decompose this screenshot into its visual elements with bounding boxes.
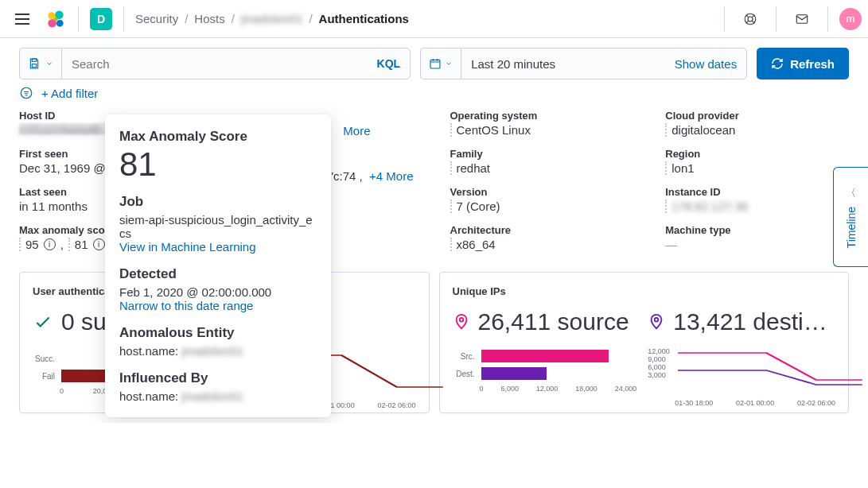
svg-rect-9 [32, 64, 36, 68]
map-pin-icon [648, 313, 665, 331]
saved-queries-button[interactable] [19, 48, 61, 79]
map-pin-icon [453, 313, 470, 331]
popover-subtitle: Job [119, 194, 317, 210]
unique-ips-panel: Unique IPs 26,411 source 13,421 desti… S… [439, 272, 850, 413]
quick-select-button[interactable] [420, 48, 461, 79]
popover-title: Max Anomaly Score [119, 129, 317, 145]
view-in-ml-link[interactable]: View in Machine Learning [119, 240, 317, 254]
popover-detected-value: Feb 1, 2020 @ 02:00:00.000 [119, 285, 317, 299]
svg-rect-8 [32, 59, 36, 61]
popover-subtitle: Influenced By [119, 370, 317, 386]
instance-value[interactable]: 178.62.127.36 [665, 199, 748, 213]
chevron-left-icon: 〈 [846, 186, 856, 200]
field-label: Architecture [450, 224, 634, 236]
svg-point-6 [748, 17, 753, 21]
field-label: Version [450, 186, 634, 198]
help-button[interactable] [736, 5, 765, 33]
filter-bar: + Add filter [0, 86, 868, 110]
machine-type-value: — [665, 238, 849, 251]
query-bar[interactable]: KQL [61, 48, 411, 79]
divider [827, 6, 828, 32]
more-link[interactable]: More [343, 124, 370, 137]
popover-subtitle: Detected [119, 266, 317, 282]
cloud-value[interactable]: digitalocean [665, 123, 735, 137]
global-header: D Security / Hosts / jmadolon01 / Authen… [0, 0, 868, 38]
mail-icon [795, 12, 809, 26]
svg-point-3 [56, 19, 64, 26]
field-label: Cloud provider [665, 110, 849, 122]
popover-subtitle: Anomalous Entity [119, 325, 317, 341]
region-value[interactable]: lon1 [665, 161, 694, 175]
ip-fragment: 'c:74 , [331, 169, 363, 183]
breadcrumb-link[interactable]: Hosts [194, 12, 224, 25]
chevron-down-icon [45, 60, 53, 68]
popover-job-value: siem-api-suspicious_login_activity_ecs [119, 213, 317, 240]
refresh-button[interactable]: Refresh [757, 48, 849, 79]
host-overview: Host ID c1f1a1c5a0ad6... First seen Dec … [0, 110, 868, 262]
svg-rect-10 [430, 60, 440, 68]
divider [123, 6, 124, 32]
narrow-date-link[interactable]: Narrow to this date range [119, 299, 317, 312]
calendar-icon [429, 57, 442, 70]
date-range-value: Last 20 minutes [471, 57, 675, 71]
ips-line-chart[interactable]: 12,0009,0006,0003,000 01-30 18:0002-01 0… [651, 350, 835, 397]
nav-toggle-button[interactable] [6, 3, 38, 35]
user-avatar-button[interactable]: m [839, 8, 862, 30]
popover-influenced-value: host.name: jmadolon01 [119, 389, 317, 403]
disk-icon [28, 57, 41, 70]
divider [776, 6, 777, 32]
divider [724, 6, 725, 32]
info-icon[interactable]: i [93, 238, 105, 250]
panel-title: Unique IPs [453, 285, 836, 297]
field-label: Family [450, 148, 634, 160]
date-range-picker[interactable]: Last 20 minutes Show dates [461, 48, 747, 79]
ips-bar-chart[interactable]: Src. Dest. 06,00012,00018,00024,000 [453, 350, 637, 397]
version-value[interactable]: 7 (Core) [450, 199, 500, 213]
filter-options-icon[interactable] [19, 86, 33, 100]
hamburger-icon [15, 14, 29, 25]
anomaly-score-popover: Max Anomaly Score 81 Job siem-api-suspic… [105, 114, 331, 417]
search-input[interactable] [72, 57, 377, 71]
source-stat: 26,411 source [478, 308, 629, 335]
divider [78, 6, 79, 32]
refresh-icon [771, 57, 784, 70]
add-filter-button[interactable]: + Add filter [41, 87, 98, 100]
svg-rect-7 [796, 14, 808, 23]
arch-value[interactable]: x86_64 [450, 238, 496, 251]
popover-entity-value: host.name: jmadolon01 [119, 344, 317, 358]
news-button[interactable] [788, 5, 816, 33]
svg-point-13 [655, 318, 659, 322]
search-toolbar: KQL Last 20 minutes Show dates Refresh [0, 38, 868, 86]
popover-score-value: 81 [119, 148, 317, 181]
show-dates-link[interactable]: Show dates [675, 57, 737, 71]
elastic-logo-icon [45, 8, 67, 30]
field-label: Machine type [665, 224, 849, 236]
svg-point-4 [53, 17, 57, 21]
anomaly-score[interactable]: 95 [19, 238, 39, 251]
succ-stat: 0 su [61, 308, 107, 335]
field-label: Region [665, 148, 849, 160]
query-language-toggle[interactable]: KQL [377, 57, 401, 70]
breadcrumb: Security / Hosts / jmadolon01 / Authenti… [135, 12, 409, 25]
ip-more-link[interactable]: +4 More [369, 169, 413, 183]
timeline-flyout-toggle[interactable]: 〈 Timeline [833, 167, 868, 267]
field-label: Instance ID [665, 186, 849, 198]
lifebuoy-icon [743, 12, 757, 26]
info-icon[interactable]: i [44, 238, 56, 250]
svg-point-11 [21, 87, 32, 99]
os-value[interactable]: CentOS Linux [450, 123, 531, 137]
check-icon [33, 312, 53, 332]
family-value[interactable]: redhat [450, 161, 491, 175]
svg-point-12 [459, 318, 463, 322]
chevron-down-icon [445, 60, 453, 68]
breadcrumb-current: Authentications [319, 12, 409, 25]
anomaly-score[interactable]: 81 [68, 238, 88, 251]
breadcrumb-host[interactable]: jmadolon01 [241, 12, 303, 25]
space-selector-button[interactable]: D [90, 8, 112, 30]
breadcrumb-link[interactable]: Security [135, 12, 178, 25]
field-label: Operating system [450, 110, 634, 122]
dest-stat: 13,421 desti… [673, 308, 827, 335]
